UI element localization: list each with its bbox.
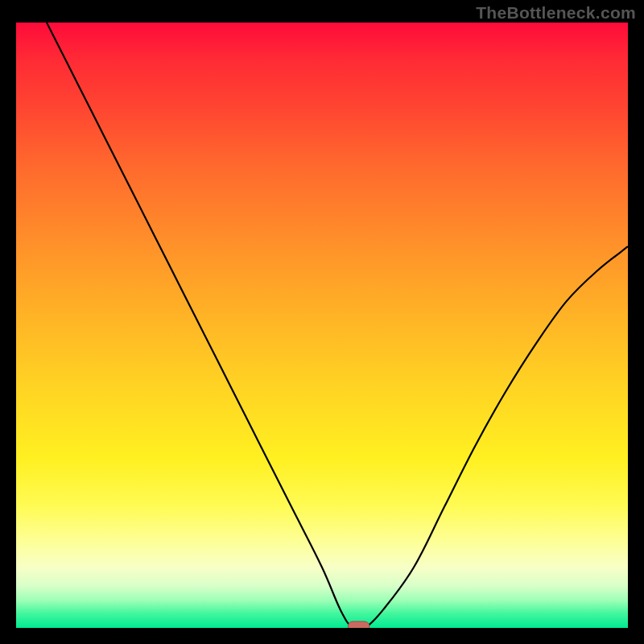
chart-frame: TheBottleneck.com <box>0 0 644 644</box>
v-curve-path <box>47 23 628 628</box>
watermark-text: TheBottleneck.com <box>476 3 636 23</box>
optimum-marker <box>348 621 369 628</box>
bottleneck-curve <box>16 23 628 628</box>
plot-area <box>16 23 628 628</box>
